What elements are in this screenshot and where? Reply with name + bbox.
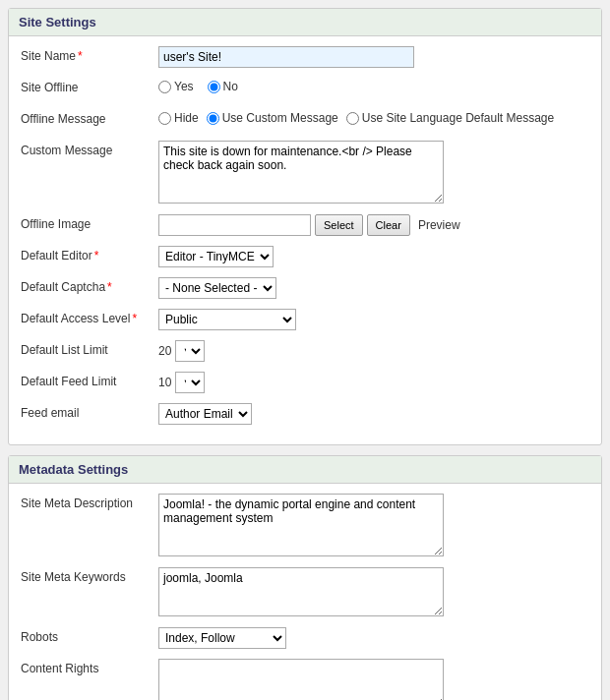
default-captcha-select[interactable]: - None Selected - xyxy=(158,277,276,299)
robots-row: Robots Index, Follow xyxy=(21,627,589,651)
site-offline-row: Site Offline Yes No xyxy=(21,78,589,101)
offline-image-input[interactable] xyxy=(158,214,311,236)
site-settings-panel: Site Settings Site Name* Site Offline Ye… xyxy=(8,8,602,445)
offline-image-preview-label: Preview xyxy=(418,218,460,232)
default-list-limit-control: 20 ▼ xyxy=(158,340,589,362)
offline-image-control: Select Clear Preview xyxy=(158,214,589,236)
meta-description-textarea[interactable]: Joomla! - the dynamic portal engine and … xyxy=(158,494,444,556)
custom-message-label: Custom Message xyxy=(21,141,158,157)
offline-image-row: Offline Image Select Clear Preview xyxy=(21,214,589,238)
site-offline-no-radio[interactable] xyxy=(208,81,220,93)
required-star-2: * xyxy=(94,249,99,262)
feed-email-row: Feed email Author Email xyxy=(21,403,589,427)
site-name-row: Site Name* xyxy=(21,46,589,70)
metadata-settings-title: Metadata Settings xyxy=(19,462,128,477)
feed-email-label: Feed email xyxy=(21,403,158,420)
meta-description-row: Site Meta Description Joomla! - the dyna… xyxy=(21,494,589,559)
default-feed-limit-control: 10 ▼ xyxy=(158,372,589,393)
site-name-control xyxy=(158,46,589,68)
site-offline-control: Yes No xyxy=(158,78,589,93)
default-editor-control: Editor - TinyMCE xyxy=(158,246,589,267)
site-offline-label: Site Offline xyxy=(21,78,158,94)
default-captcha-control: - None Selected - xyxy=(158,277,589,299)
custom-message-textarea[interactable]: This site is down for maintenance.<br />… xyxy=(158,141,444,204)
required-star: * xyxy=(78,49,83,63)
offline-message-label: Offline Message xyxy=(21,109,158,126)
meta-keywords-control: joomla, Joomla xyxy=(158,567,589,619)
site-offline-yes-radio[interactable] xyxy=(158,81,171,93)
default-access-level-label: Default Access Level* xyxy=(21,309,158,325)
site-settings-header: Site Settings xyxy=(9,9,601,36)
metadata-settings-body: Site Meta Description Joomla! - the dyna… xyxy=(9,484,601,700)
offline-default-radio[interactable] xyxy=(346,112,359,125)
default-editor-row: Default Editor* Editor - TinyMCE xyxy=(21,246,589,269)
meta-keywords-row: Site Meta Keywords joomla, Joomla xyxy=(21,567,589,619)
default-feed-limit-label: Default Feed Limit xyxy=(21,372,158,388)
site-settings-body: Site Name* Site Offline Yes No xyxy=(9,36,601,444)
offline-image-select-button[interactable]: Select xyxy=(315,214,363,236)
default-captcha-row: Default Captcha* - None Selected - xyxy=(21,277,589,301)
required-star-4: * xyxy=(132,312,137,325)
custom-message-control: This site is down for maintenance.<br />… xyxy=(158,141,589,206)
site-offline-yes[interactable]: Yes xyxy=(158,80,194,93)
content-rights-row: Content Rights xyxy=(21,659,589,700)
site-offline-no[interactable]: No xyxy=(208,80,238,93)
site-name-input[interactable] xyxy=(158,46,414,68)
site-name-label: Site Name* xyxy=(21,46,158,63)
content-rights-label: Content Rights xyxy=(21,659,158,675)
offline-hide-option[interactable]: Hide xyxy=(158,111,199,125)
robots-control: Index, Follow xyxy=(158,627,589,649)
offline-message-control: Hide Use Custom Message Use Site Languag… xyxy=(158,109,589,125)
default-access-level-row: Default Access Level* Public xyxy=(21,309,589,332)
default-editor-select[interactable]: Editor - TinyMCE xyxy=(158,246,274,267)
robots-select[interactable]: Index, Follow xyxy=(158,627,286,649)
meta-keywords-label: Site Meta Keywords xyxy=(21,567,158,584)
offline-default-option[interactable]: Use Site Language Default Message xyxy=(346,111,554,125)
offline-image-clear-button[interactable]: Clear xyxy=(367,214,410,236)
offline-custom-option[interactable]: Use Custom Message xyxy=(207,111,338,125)
robots-label: Robots xyxy=(21,627,158,644)
default-captcha-label: Default Captcha* xyxy=(21,277,158,294)
content-rights-control xyxy=(158,659,589,700)
default-access-level-select[interactable]: Public xyxy=(158,309,296,330)
metadata-settings-panel: Metadata Settings Site Meta Description … xyxy=(8,455,602,700)
meta-description-label: Site Meta Description xyxy=(21,494,158,510)
default-list-limit-row: Default List Limit 20 ▼ xyxy=(21,340,589,364)
feed-email-control: Author Email xyxy=(158,403,589,425)
site-settings-title: Site Settings xyxy=(19,15,96,29)
offline-custom-radio[interactable] xyxy=(207,112,219,125)
default-feed-limit-select[interactable]: ▼ xyxy=(175,372,205,393)
content-rights-textarea[interactable] xyxy=(158,659,444,700)
offline-image-label: Offline Image xyxy=(21,214,158,231)
meta-keywords-textarea[interactable]: joomla, Joomla xyxy=(158,567,444,616)
default-access-level-control: Public xyxy=(158,309,589,330)
offline-message-row: Offline Message Hide Use Custom Message … xyxy=(21,109,589,133)
default-feed-limit-row: Default Feed Limit 10 ▼ xyxy=(21,372,589,395)
required-star-3: * xyxy=(107,280,112,294)
default-list-limit-select[interactable]: ▼ xyxy=(175,340,205,362)
default-list-limit-label: Default List Limit xyxy=(21,340,158,357)
custom-message-row: Custom Message This site is down for mai… xyxy=(21,141,589,206)
offline-hide-radio[interactable] xyxy=(158,112,171,125)
meta-description-control: Joomla! - the dynamic portal engine and … xyxy=(158,494,589,559)
feed-email-select[interactable]: Author Email xyxy=(158,403,252,425)
default-editor-label: Default Editor* xyxy=(21,246,158,262)
metadata-settings-header: Metadata Settings xyxy=(9,456,601,484)
